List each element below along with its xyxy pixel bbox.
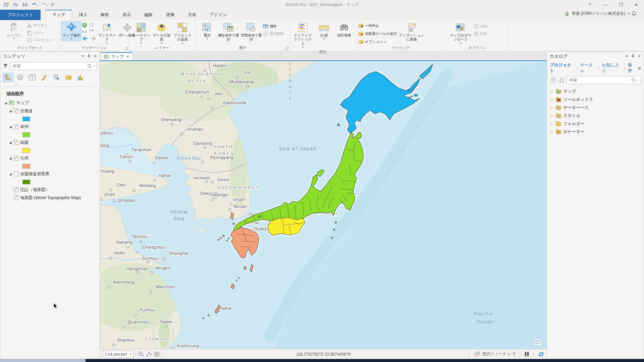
expander-icon[interactable]: ▷ [550,90,554,93]
symbol-swatch[interactable] [22,148,30,153]
contents-search-input[interactable]: 検索 ▾ [10,62,97,70]
ribbon-tab-6[interactable]: 画像 [159,10,181,20]
next-extent-icon[interactable] [90,36,97,41]
expander-icon[interactable]: ▷ [550,114,554,117]
pin-icon[interactable] [87,54,91,59]
search-caret-icon[interactable]: ▾ [637,79,639,82]
ribbon-tab-project[interactable]: プロジェクト [0,10,41,20]
undo-icon[interactable] [32,2,38,7]
zoom-in-fixed-icon[interactable] [82,29,87,35]
layer-tree-root-map[interactable]: ◢マップ [0,99,100,107]
account-area[interactable]: 智康 (ESRIジャパン株式会社) ▾ ⌃ [565,11,641,16]
catalog-item-label[interactable]: データベース [563,105,589,111]
pause-labeling-button[interactable]: 一時停止 [358,23,397,29]
notification-popup-icon[interactable] [534,339,542,346]
catalog-item-label[interactable]: ロケーター [563,129,584,135]
close-button[interactable]: ✕ [629,0,644,9]
add-grid-icon[interactable] [139,352,144,357]
table-grid-icon[interactable] [154,352,159,357]
select-by-location-button[interactable]: 空間条件で選択 [240,21,262,42]
clear-selection-button[interactable]: 選択解除 [263,31,284,37]
expander-icon[interactable]: ◢ [9,109,12,113]
add-data-button[interactable]: データの追加▾ [152,21,172,45]
layer-visibility-checkbox[interactable] [14,124,18,129]
download-map-button[interactable]: マップのダウンロード▾ [448,21,473,45]
ribbon-tab-8[interactable]: アドイン [203,10,233,20]
catalog-search-input[interactable]: 検索 ▾ [567,76,641,84]
expander-icon[interactable]: ▷ [550,130,554,133]
catalog-tab-3[interactable]: 履歴 [626,62,638,74]
symbol-swatch[interactable] [22,132,30,137]
panel-close-icon[interactable]: ✕ [94,54,97,58]
open-project-icon[interactable] [13,2,19,7]
cut-button[interactable]: 切り取り [27,22,55,28]
layer-row-1[interactable]: ◢本州 [0,123,100,131]
redo-icon[interactable] [41,2,47,7]
catalog-item-0[interactable]: ▷マップ [547,87,644,96]
catalog-item-label[interactable]: マップ [563,89,576,95]
view-data-source[interactable] [15,73,25,82]
layer-visibility-checkbox[interactable] [14,156,18,161]
explore-button[interactable]: マップ操作▾ [62,21,81,41]
ribbon-tab-1[interactable]: マップ [45,10,72,20]
view-editing[interactable] [39,73,49,82]
search-caret-icon[interactable]: ▾ [93,65,95,68]
convert-annotation-button[interactable]: A アノテーションに変換 [397,21,426,42]
layer-visibility-checkbox[interactable] [14,195,18,200]
pin-icon[interactable] [631,54,635,59]
catalog-tab-0[interactable]: プロジェクト [550,62,577,74]
paste-button[interactable]: 貼り付け▾ [2,21,26,41]
copy-button[interactable]: コピー [27,30,55,36]
layer-row-4[interactable]: ◢全国都道府県界 [0,170,100,178]
ribbon-tab-7[interactable]: 共有 [181,10,203,20]
selection-dialog-launcher[interactable]: ↘ [284,46,288,50]
layer-row-6[interactable]: 地形図 (World Topographic Map) [0,194,100,202]
ribbon-tab-2[interactable]: 挿入 [72,10,94,20]
view-drawing-order[interactable] [3,73,13,82]
zoom-selection-icon[interactable] [89,22,94,28]
catalog-item-5[interactable]: ▷ロケーター [547,128,644,136]
attributes-button[interactable]: 属性 [263,23,284,29]
map-tab-close-icon[interactable]: ✕ [126,54,129,59]
copy-path-button[interactable]: ...パスのコピー [27,37,55,43]
layer-visibility-checkbox[interactable] [14,140,18,145]
map-view-tab[interactable]: マップ ✕ [101,52,132,60]
remove-download-button[interactable]: 削除 [474,31,487,37]
minimize-button[interactable]: — [598,0,613,9]
symbol-swatch[interactable] [22,117,30,121]
expander-icon[interactable]: ◢ [9,172,12,176]
sync-button[interactable]: 同期 [474,23,487,29]
view-selection[interactable] [27,73,37,82]
filter-icon[interactable] [3,64,8,68]
refresh-icon[interactable] [538,352,544,357]
scale-combobox[interactable]: 1:14,163,697▾ [103,351,133,358]
catalog-tab-2[interactable]: お気に入り [599,62,624,74]
ribbon-tab-3[interactable]: 解析 [94,10,116,20]
expander-icon[interactable]: ◢ [9,125,12,128]
layer-name[interactable]: 地形図 (World Topographic Map) [20,195,81,201]
select-button[interactable]: 選択▾ [197,21,217,41]
measure-button[interactable]: 計測▾ [314,21,334,41]
expander-icon[interactable]: ◢ [9,141,12,144]
catalog-item-label[interactable]: ツールボックス [563,97,593,103]
save-project-icon[interactable] [22,2,28,7]
catalog-tab-1[interactable]: ポータル [578,62,598,74]
view-charts[interactable] [75,73,86,82]
notifications-bell-icon[interactable] [632,11,636,16]
view-unplaced-button[interactable]: 未配置ラベルの表示 [358,31,397,37]
layer-row-3[interactable]: ◢九州 [0,154,100,162]
pause-drawing-icon[interactable] [525,352,529,356]
bookmarks-button[interactable]: ブックマーク▾ [97,21,117,45]
basemap-button[interactable]: ベースマップ▾ [131,21,151,45]
expander-icon[interactable]: ◢ [9,157,12,160]
labeling-options-button[interactable]: オプション▾ [358,39,397,45]
collapse-ribbon-icon[interactable]: ⌃ [639,12,641,15]
layer-name[interactable]: 本州 [20,124,29,130]
layer-row-2[interactable]: ◢四国 [0,138,100,146]
help-button[interactable]: ? [582,0,598,9]
catalog-item-label[interactable]: スタイル [563,113,580,119]
back-icon[interactable] [550,77,556,83]
infographics-button[interactable]: インフォグラフィックス▾ [292,21,314,49]
expander-icon[interactable]: ▷ [550,122,554,125]
panel-close-icon[interactable]: ✕ [638,54,641,58]
